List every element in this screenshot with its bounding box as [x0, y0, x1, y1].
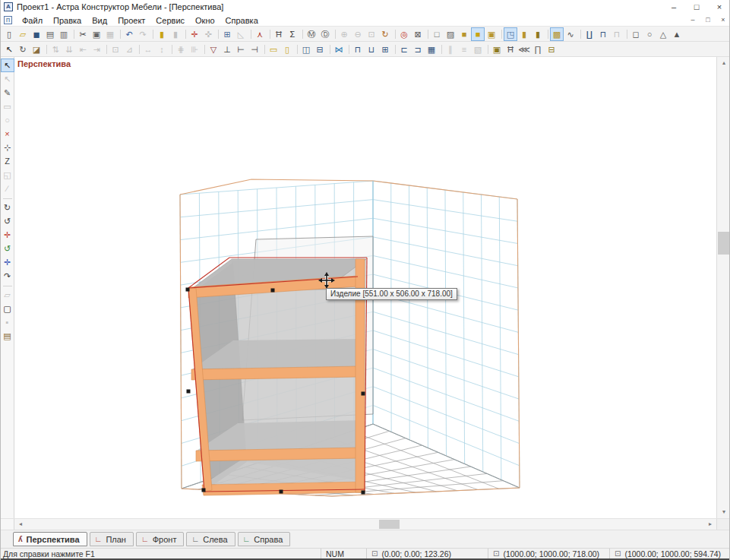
align-wall-right[interactable]: ⊣ — [248, 43, 261, 56]
align-floor[interactable]: ⊥ — [220, 43, 234, 56]
polyline-edit[interactable]: ∿ — [564, 27, 577, 41]
view-flat[interactable]: ■ — [457, 27, 471, 41]
fill-area[interactable]: ▦ — [425, 43, 438, 56]
doc-minimize-button[interactable]: – — [685, 14, 700, 26]
horizontal-scroll-thumb[interactable] — [379, 520, 400, 529]
cabinet-module[interactable]: ▣ — [490, 43, 504, 56]
open-folder[interactable]: ▱ — [16, 27, 30, 41]
close-button[interactable]: × — [708, 0, 730, 14]
rotate-y[interactable]: ↺ — [1, 242, 14, 255]
menu-edit[interactable]: Правка — [48, 14, 87, 26]
tab-plan[interactable]: ∟ План — [90, 532, 134, 546]
structure-tree[interactable]: ⋏ — [253, 27, 267, 41]
print[interactable]: ▤ — [43, 27, 57, 41]
dim-marker[interactable]: Ⓜ — [305, 27, 318, 41]
scroll-right-icon[interactable]: ▸ — [704, 519, 716, 530]
cut[interactable]: ✂ — [76, 27, 90, 41]
primitive-cone[interactable]: △ — [656, 27, 670, 41]
paste[interactable]: ▦ — [103, 27, 117, 41]
align-top[interactable]: ⊓ — [351, 43, 365, 56]
dim-detail[interactable]: Ⓓ — [318, 27, 332, 41]
cabinet-iso[interactable]: ▮ — [531, 27, 545, 41]
menu-service[interactable]: Сервис — [150, 14, 190, 26]
scroll-up-icon[interactable]: ▴ — [717, 57, 730, 69]
primitive-pyramid[interactable]: ▲ — [670, 27, 684, 41]
rotate-free[interactable]: ↷ — [1, 269, 14, 283]
align-center[interactable]: ⊞ — [378, 43, 392, 56]
fasten-tool[interactable]: ✛ — [188, 27, 201, 41]
horizontal-scrollbar[interactable]: ◂ ▸ — [1, 518, 730, 530]
contour-edit[interactable]: ▱ — [1, 288, 14, 302]
move-parts[interactable]: ✜ — [201, 27, 215, 41]
zoom-window[interactable]: ⊡ — [365, 27, 378, 41]
zoom-in[interactable]: ⊕ — [337, 27, 351, 41]
maximize-button[interactable]: □ — [685, 0, 708, 14]
node-edit[interactable]: ▪ — [1, 315, 14, 329]
menu-view[interactable]: Вид — [87, 14, 112, 26]
menu-help[interactable]: Справка — [220, 14, 264, 26]
split-horizontal[interactable]: ◫ — [299, 43, 313, 56]
viewport-3d[interactable]: Перспектива — [14, 57, 716, 518]
move-object[interactable]: ⊹ — [1, 141, 14, 154]
draw-rect[interactable]: ▭ — [1, 100, 14, 113]
columns[interactable]: ∥ — [444, 43, 457, 56]
cabinet-view[interactable]: ▮ — [517, 27, 531, 41]
select-in-model[interactable]: ↖ — [2, 43, 16, 56]
menu-project[interactable]: Проект — [112, 14, 150, 26]
snap-edge[interactable]: ⊓ — [596, 27, 610, 41]
distribute-vertical[interactable]: ⇅ — [49, 43, 62, 56]
filter-parts[interactable]: ▽ — [207, 43, 220, 56]
space-vertical[interactable]: ↕ — [155, 43, 169, 56]
scroll-down-icon[interactable]: ▾ — [717, 506, 730, 518]
resize-object[interactable]: ◱ — [1, 168, 14, 182]
align-bottom[interactable]: ⊔ — [365, 43, 378, 56]
area-calc[interactable]: ⊡ — [109, 43, 122, 56]
rotate-cw[interactable]: ↻ — [1, 201, 14, 214]
menu-window[interactable]: Окно — [190, 14, 220, 26]
rotate-ccw[interactable]: ↺ — [1, 214, 14, 228]
group-grid[interactable]: ▧ — [471, 43, 485, 56]
rows[interactable]: ≡ — [457, 43, 471, 56]
handle-rail[interactable]: ∏ — [531, 43, 545, 56]
grid-table[interactable]: ⊞ — [220, 27, 234, 41]
rotate-view[interactable]: ↻ — [378, 27, 392, 41]
edit-points[interactable]: ✎ — [1, 86, 14, 100]
print-preview[interactable]: ▥ — [57, 27, 71, 41]
move-z[interactable]: Z — [1, 154, 14, 168]
undo[interactable]: ↶ — [122, 27, 136, 41]
minimize-button[interactable]: – — [662, 0, 685, 14]
hinges[interactable]: ⋘ — [517, 43, 531, 56]
draw-ellipse[interactable]: ○ — [1, 113, 14, 127]
view-textured[interactable]: ▩ — [550, 27, 564, 41]
drawer[interactable]: ⊟ — [545, 43, 558, 56]
view-wireframe[interactable]: □ — [430, 27, 444, 41]
rotate-x[interactable]: ✛ — [1, 228, 14, 242]
menu-file[interactable]: Файл — [17, 14, 48, 26]
distribute-pairs[interactable]: ⇊ — [62, 43, 76, 56]
primitive-cylinder[interactable]: ○ — [643, 27, 656, 41]
copy[interactable]: ▣ — [90, 27, 103, 41]
mirror[interactable]: ⋈ — [332, 43, 346, 56]
scroll-left-icon[interactable]: ◂ — [14, 519, 27, 530]
rotate-part[interactable]: ↻ — [16, 43, 30, 56]
panel-properties[interactable]: ▤ — [1, 329, 14, 343]
ruler-triangle[interactable]: ◺ — [234, 27, 248, 41]
doc-restore-button[interactable]: □ — [700, 14, 716, 26]
select[interactable]: ↖ — [1, 59, 14, 72]
orbit-view[interactable]: ◳ — [504, 27, 517, 41]
edit-handles[interactable]: ▢ — [1, 302, 14, 315]
zoom-out[interactable]: ⊖ — [351, 27, 365, 41]
angle-calc[interactable]: ⊿ — [122, 43, 136, 56]
fill-material[interactable]: ▮ — [155, 27, 169, 41]
copy-panel[interactable]: ▯ — [280, 43, 294, 56]
shift-right[interactable]: ⇥ — [90, 43, 103, 56]
rotate-z[interactable]: ✛ — [1, 255, 14, 269]
new-document[interactable]: ▯ — [2, 27, 16, 41]
tab-front[interactable]: ∟ Фронт — [136, 532, 185, 546]
vertical-scrollbar[interactable]: ▴ ▾ — [716, 57, 730, 518]
tab-left[interactable]: ∟ Слева — [186, 532, 235, 546]
expand-right[interactable]: ⊐ — [411, 43, 425, 56]
primitive-box[interactable]: ◻ — [629, 27, 643, 41]
fit-view[interactable]: ⊠ — [411, 27, 425, 41]
align-wall-left[interactable]: ⊢ — [234, 43, 248, 56]
